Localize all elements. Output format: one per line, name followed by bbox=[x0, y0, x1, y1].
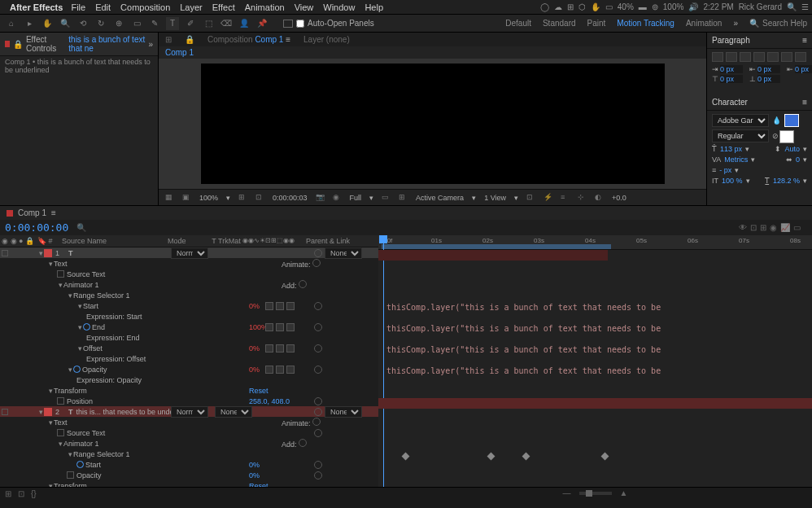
expr-1-text[interactable]: thisComp.layer("this is a bunch of text … bbox=[386, 303, 661, 312]
status-icon[interactable]: ⊞ bbox=[567, 2, 574, 11]
notification-icon[interactable]: ☰ bbox=[801, 2, 809, 11]
zoom-chevron-icon[interactable]: ▾ bbox=[226, 194, 230, 202]
toggle-in-out-icon[interactable]: {} bbox=[31, 489, 39, 497]
align-right-button[interactable] bbox=[740, 52, 751, 62]
zoom-value[interactable]: 100% bbox=[199, 194, 218, 202]
cloud-icon[interactable]: ☁ bbox=[554, 2, 562, 11]
workspace-animation[interactable]: Animation bbox=[686, 19, 722, 28]
eraser-tool-icon[interactable]: ⌫ bbox=[220, 17, 233, 30]
space-after-input[interactable] bbox=[757, 75, 780, 83]
stroke-color-swatch[interactable] bbox=[779, 130, 794, 143]
layer-2-start-kf-track[interactable] bbox=[378, 451, 812, 462]
menu-composition[interactable]: Composition bbox=[120, 2, 170, 12]
menu-view[interactable]: View bbox=[295, 2, 314, 12]
align-left-button[interactable] bbox=[712, 52, 723, 62]
panel-lock-icon[interactable]: 🔒 bbox=[13, 40, 23, 49]
leading-value[interactable]: Auto bbox=[784, 145, 800, 153]
selection-tool-icon[interactable]: ▸ bbox=[23, 17, 36, 30]
draft-3d-icon[interactable]: ⊡ bbox=[750, 223, 757, 232]
indent-left-input[interactable] bbox=[720, 65, 743, 73]
kerning-value[interactable]: Metrics bbox=[724, 155, 748, 164]
expr-3-text[interactable]: thisComp.layer("this is a bunch of text … bbox=[386, 345, 661, 354]
eyedropper-icon[interactable]: 💧 bbox=[772, 116, 781, 125]
layer-2-visibility[interactable] bbox=[2, 409, 8, 415]
layer-1-position-prop[interactable]: Position258.0, 408.0 bbox=[0, 396, 378, 406]
keyframe-4[interactable] bbox=[601, 453, 609, 461]
layer-1-range-selector[interactable]: ▾Range Selector 1 bbox=[0, 290, 378, 300]
workspace-paint[interactable]: Paint bbox=[587, 19, 606, 28]
justify-right-button[interactable] bbox=[781, 52, 792, 62]
timeline-comp-name[interactable]: Comp 1 bbox=[18, 208, 46, 217]
layer-2-start-stopwatch[interactable] bbox=[76, 461, 84, 468]
layer-row-1[interactable]: ▾ 1 T Normal None bbox=[0, 247, 378, 258]
space-before-input[interactable] bbox=[720, 75, 743, 83]
zoom-tool-icon[interactable]: 🔍 bbox=[59, 17, 72, 30]
preview-timecode[interactable]: 0:00:00:03 bbox=[273, 194, 308, 202]
render-icon[interactable]: ▭ bbox=[793, 223, 801, 232]
puppet-tool-icon[interactable]: 📌 bbox=[255, 17, 268, 30]
zoom-slider[interactable] bbox=[579, 492, 612, 495]
layer-1-source-text[interactable]: Source Text bbox=[0, 269, 378, 279]
character-menu-icon[interactable]: ≡ bbox=[802, 98, 807, 107]
paragraph-menu-icon[interactable]: ≡ bbox=[802, 36, 807, 45]
layer-1-end-expression[interactable]: Expression: End bbox=[0, 332, 378, 343]
hand-tool-icon[interactable]: ✋ bbox=[41, 17, 54, 30]
user-name[interactable]: Rick Gerard bbox=[739, 2, 782, 11]
layer-1-position-value[interactable]: 258.0, 408.0 bbox=[249, 397, 290, 405]
col-trkmat[interactable]: TrkMat bbox=[218, 237, 241, 245]
zoom-in-icon[interactable]: ▲ bbox=[620, 488, 628, 497]
layer-row-2[interactable]: ▾ 2 T this is... that needs to be underl… bbox=[0, 406, 378, 417]
wifi-icon[interactable]: ⊚ bbox=[652, 2, 658, 11]
timeline-menu-icon[interactable]: ≡ bbox=[51, 208, 56, 217]
layer-1-offset-expression[interactable]: Expression: Offset bbox=[0, 353, 378, 364]
justify-center-button[interactable] bbox=[767, 52, 779, 62]
resolution-value[interactable]: Full bbox=[350, 194, 362, 202]
keyframe-3[interactable] bbox=[522, 453, 530, 461]
comp-breadcrumb[interactable]: Comp 1 bbox=[165, 48, 194, 57]
font-family-select[interactable]: Adobe Garamond... bbox=[712, 114, 769, 127]
search-help-input[interactable]: Search Help bbox=[762, 19, 807, 28]
menu-help[interactable]: Help bbox=[365, 2, 383, 12]
graph-editor-icon[interactable]: 📈 bbox=[780, 223, 790, 232]
layer-1-text-group[interactable]: ▾TextAnimate: bbox=[0, 258, 378, 269]
workspace-chevron-icon[interactable]: » bbox=[733, 19, 738, 28]
layer-2-add-button[interactable]: Add: bbox=[282, 439, 307, 449]
home-icon[interactable]: ⌂ bbox=[5, 17, 18, 30]
indent-right-input[interactable] bbox=[795, 65, 812, 73]
snapshot-icon[interactable]: 📷 bbox=[316, 193, 325, 202]
motion-blur-icon[interactable]: ◉ bbox=[770, 223, 777, 232]
layer-2-opacity-value[interactable]: 0% bbox=[249, 471, 260, 480]
panel-icon[interactable] bbox=[283, 20, 293, 28]
shy-icon[interactable]: 👁 bbox=[739, 223, 747, 232]
panel-menu-icon[interactable]: » bbox=[148, 40, 153, 49]
layer-2-start-prop[interactable]: ◂◆▸ Start0% bbox=[0, 459, 378, 470]
expr-graph-icon[interactable] bbox=[276, 302, 284, 310]
layer-1-parent[interactable]: None bbox=[325, 247, 362, 259]
layer-1-opacity-value[interactable]: 0% bbox=[249, 366, 260, 374]
view-layout[interactable]: 1 View bbox=[484, 194, 506, 202]
timeline-graph[interactable]: :00f 01s 02s 03s 04s 05s 06s 07s 08s thi… bbox=[378, 235, 812, 496]
layer-2-parent[interactable]: None bbox=[325, 406, 362, 418]
anchor-tool-icon[interactable]: ⊕ bbox=[112, 17, 125, 30]
opacity-stopwatch[interactable] bbox=[73, 366, 81, 373]
layer-1-start-value[interactable]: 0% bbox=[249, 302, 260, 310]
layer-1-transform-reset[interactable]: Reset bbox=[249, 387, 268, 395]
layer-2-twirl[interactable]: ▾ bbox=[37, 408, 44, 416]
flowchart-icon[interactable]: ⊹ bbox=[578, 193, 587, 202]
start-parent-pick[interactable] bbox=[314, 302, 322, 310]
footage-tab-icon[interactable]: ⊞ bbox=[165, 35, 172, 44]
layer-2-trkmat[interactable]: None bbox=[215, 406, 252, 418]
view-chevron-icon[interactable]: ▾ bbox=[514, 194, 518, 202]
spotlight-icon[interactable]: 🔍 bbox=[787, 2, 797, 11]
pen-tool-icon[interactable]: ✎ bbox=[148, 17, 161, 30]
roto-tool-icon[interactable]: 👤 bbox=[238, 17, 251, 30]
font-style-select[interactable]: Regular bbox=[712, 129, 769, 142]
grid-icon[interactable]: ⊡ bbox=[255, 193, 264, 202]
fast-preview-icon[interactable]: ⚡ bbox=[544, 193, 552, 202]
transparency-grid-icon[interactable]: ⊞ bbox=[399, 193, 408, 202]
layer-1-start-expression[interactable]: Expression: Start bbox=[0, 311, 378, 322]
layer-1-opacity-expression[interactable]: Expression: Opacity bbox=[0, 374, 378, 385]
layer-2-animator-1[interactable]: ▾Animator 1Add: bbox=[0, 438, 378, 449]
keyframe-1[interactable] bbox=[402, 453, 410, 461]
rect-tool-icon[interactable]: ▭ bbox=[130, 17, 143, 30]
